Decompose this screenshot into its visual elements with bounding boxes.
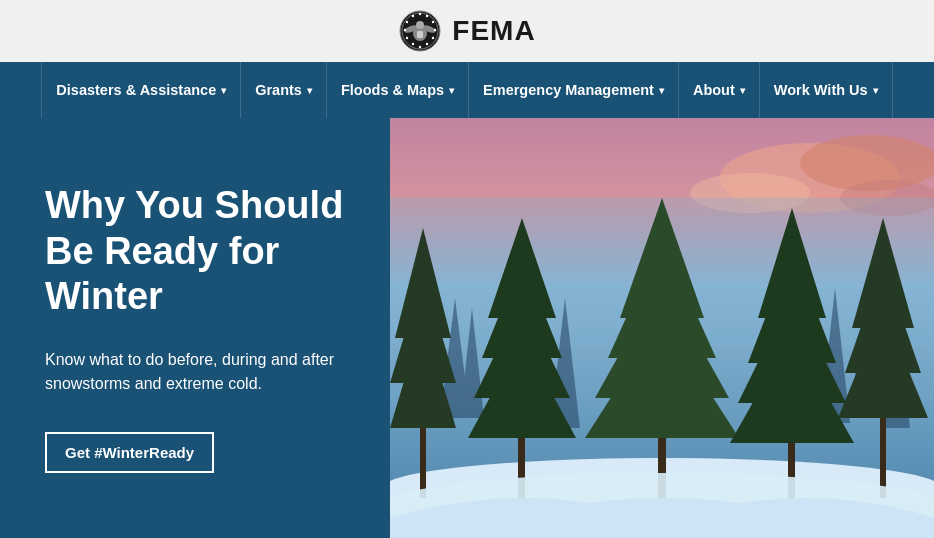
svg-point-15 (406, 37, 408, 39)
svg-point-11 (432, 37, 434, 39)
hero-image (390, 118, 934, 538)
hero-title: Why You Should Be Ready for Winter (45, 183, 345, 320)
nav-item-floods[interactable]: Floods & Maps ▾ (327, 62, 469, 118)
hero-section: Why You Should Be Ready for Winter Know … (0, 118, 934, 538)
svg-point-9 (432, 21, 434, 23)
svg-rect-6 (417, 31, 423, 38)
nav-item-work-with-us[interactable]: Work With Us ▾ (760, 62, 893, 118)
chevron-down-icon: ▾ (659, 85, 664, 96)
nav-list: Disasters & Assistance ▾ Grants ▾ Floods… (41, 62, 892, 118)
hero-description: Know what to do before, during and after… (45, 348, 345, 396)
fema-logo-text: FEMA (452, 15, 535, 47)
chevron-down-icon: ▾ (221, 85, 226, 96)
logo-area[interactable]: FEMA (398, 9, 535, 53)
svg-point-12 (426, 43, 428, 45)
svg-point-18 (412, 15, 414, 17)
svg-point-10 (434, 29, 436, 31)
svg-point-8 (426, 15, 428, 17)
chevron-down-icon: ▾ (307, 85, 312, 96)
svg-point-17 (406, 21, 408, 23)
nav-item-emergency[interactable]: Emergency Management ▾ (469, 62, 679, 118)
nav-item-about[interactable]: About ▾ (679, 62, 760, 118)
chevron-down-icon: ▾ (449, 85, 454, 96)
dhs-seal-icon (398, 9, 442, 53)
hero-text-panel: Why You Should Be Ready for Winter Know … (0, 118, 390, 538)
svg-point-5 (416, 21, 424, 29)
chevron-down-icon: ▾ (873, 85, 878, 96)
chevron-down-icon: ▾ (740, 85, 745, 96)
svg-point-14 (412, 43, 414, 45)
site-header: FEMA (0, 0, 934, 62)
main-nav: Disasters & Assistance ▾ Grants ▾ Floods… (0, 62, 934, 118)
svg-point-7 (419, 13, 421, 15)
nav-item-disasters[interactable]: Disasters & Assistance ▾ (41, 62, 241, 118)
get-winter-ready-button[interactable]: Get #WinterReady (45, 432, 214, 473)
nav-item-grants[interactable]: Grants ▾ (241, 62, 327, 118)
svg-point-16 (404, 29, 406, 31)
svg-point-13 (419, 46, 421, 48)
